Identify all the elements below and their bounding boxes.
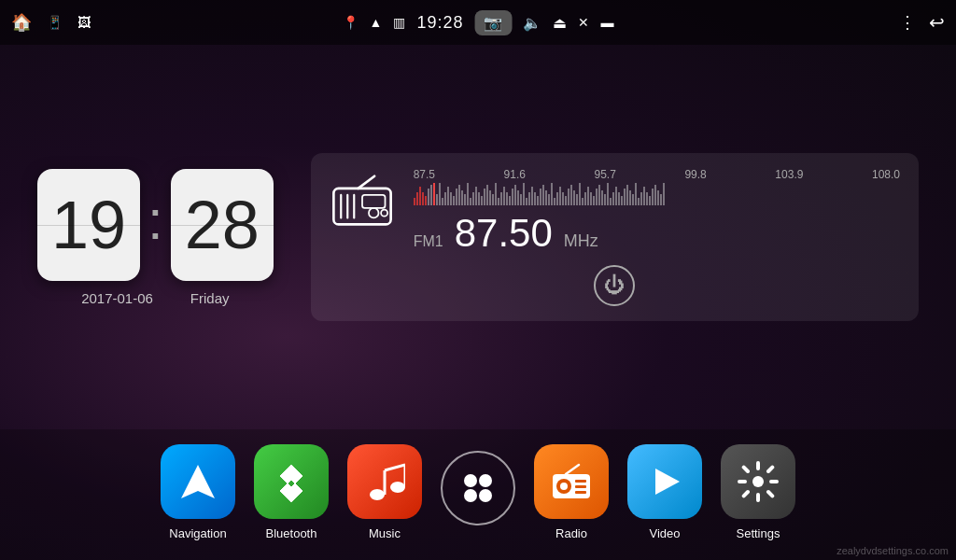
svg-marker-25 xyxy=(655,469,680,495)
power-icon: ⏻ xyxy=(604,273,625,298)
radio-band: FM1 xyxy=(414,233,443,250)
svg-point-15 xyxy=(479,474,492,487)
app-item-appdrawer[interactable] xyxy=(441,451,515,533)
app-icon-settings xyxy=(721,444,795,519)
radio-icon-box xyxy=(330,168,395,233)
app-label-video: Video xyxy=(649,526,680,540)
location-icon: 📍 xyxy=(343,15,358,30)
status-bar: 🏠 📱 🖼 📍 ▲ ▥ 19:28 📷 🔈 ⏏ ✕ ▬ ⋮ ↩ xyxy=(0,0,956,45)
radio-freq-area: 87.5 91.6 95.7 99.8 103.9 108.0 FM1 87.5… xyxy=(414,168,900,256)
status-time: 19:28 xyxy=(416,13,463,33)
clock-tiles: 19 : 28 xyxy=(37,169,274,281)
app-item-bluetooth[interactable]: Bluetooth xyxy=(254,444,329,540)
radio-unit: MHz xyxy=(564,231,598,251)
freq-label-4: 99.8 xyxy=(684,168,706,181)
svg-point-16 xyxy=(464,489,477,502)
clock-hours: 19 xyxy=(51,187,126,263)
svg-rect-21 xyxy=(575,480,586,483)
svg-point-17 xyxy=(479,489,492,502)
svg-point-7 xyxy=(381,210,387,217)
radio-widget[interactable]: 87.5 91.6 95.7 99.8 103.9 108.0 FM1 87.5… xyxy=(311,153,919,321)
app-icon-music xyxy=(347,444,422,519)
freq-label-2: 91.6 xyxy=(504,168,526,181)
watermark: zealydvdsettings.co.com xyxy=(836,545,949,556)
svg-rect-5 xyxy=(362,195,386,208)
app-item-settings[interactable]: Settings xyxy=(721,444,795,540)
sim-icon: 📱 xyxy=(47,15,63,30)
app-icon-radio xyxy=(534,444,609,519)
app-icon-appdrawer xyxy=(441,451,515,525)
app-label-radio: Radio xyxy=(555,526,587,540)
app-icon-bluetooth xyxy=(254,444,329,519)
app-item-radio[interactable]: Radio xyxy=(534,444,609,540)
eject-icon[interactable]: ⏏ xyxy=(553,14,567,32)
app-label-settings: Settings xyxy=(737,526,780,540)
clock-date: 2017-01-06 xyxy=(81,290,153,306)
freq-label-5: 103.9 xyxy=(775,168,803,181)
svg-point-10 xyxy=(390,482,405,493)
wifi-icon: ▲ xyxy=(370,15,383,30)
camera-button[interactable]: 📷 xyxy=(474,10,512,35)
clock-colon: : xyxy=(148,188,163,252)
app-item-navigation[interactable]: Navigation xyxy=(161,444,235,540)
svg-point-9 xyxy=(370,489,385,500)
main-content: 19 : 28 2017-01-06 Friday xyxy=(0,45,956,429)
back-icon[interactable]: ↩ xyxy=(929,11,945,34)
radio-info: FM1 87.50 MHz xyxy=(414,211,900,256)
svg-line-24 xyxy=(566,465,579,474)
clock-hours-tile: 19 xyxy=(37,169,140,281)
status-right-icons: ⋮ ↩ xyxy=(899,11,945,34)
clock-date-row: 2017-01-06 Friday xyxy=(81,290,229,306)
clock-day: Friday xyxy=(190,290,230,306)
close-icon[interactable]: ✕ xyxy=(578,15,589,30)
menu-icon[interactable]: ⋮ xyxy=(899,12,916,33)
svg-rect-22 xyxy=(575,485,586,488)
camera-icon: 📷 xyxy=(484,14,502,32)
app-label-music: Music xyxy=(369,526,401,540)
radio-icon xyxy=(330,168,395,233)
freq-bars xyxy=(414,183,900,205)
svg-point-14 xyxy=(464,474,477,487)
clock-widget: 19 : 28 2017-01-06 Friday xyxy=(37,169,274,306)
volume-icon[interactable]: 🔈 xyxy=(523,14,541,32)
app-icon-navigation xyxy=(161,444,235,519)
svg-line-13 xyxy=(385,465,405,470)
svg-line-0 xyxy=(358,176,374,189)
status-center-icons: 📍 ▲ ▥ 19:28 📷 🔈 ⏏ ✕ ▬ xyxy=(343,10,614,35)
svg-rect-23 xyxy=(575,491,586,494)
clock-minutes-tile: 28 xyxy=(171,169,274,281)
freq-label-1: 87.5 xyxy=(414,168,435,181)
signal-icon: ▥ xyxy=(393,15,405,30)
svg-point-20 xyxy=(560,483,568,490)
app-icon-video xyxy=(627,444,702,519)
app-label-navigation: Navigation xyxy=(169,526,226,540)
status-left-icons: 🏠 📱 🖼 xyxy=(11,12,91,33)
freq-label-3: 95.7 xyxy=(595,168,616,181)
radio-power-row: ⏻ xyxy=(330,265,900,306)
freq-indicator xyxy=(433,183,435,205)
home-icon[interactable]: 🏠 xyxy=(11,12,32,33)
freq-ruler xyxy=(414,183,900,205)
svg-point-6 xyxy=(369,208,379,218)
radio-top: 87.5 91.6 95.7 99.8 103.9 108.0 FM1 87.5… xyxy=(330,168,900,256)
minimize-icon[interactable]: ▬ xyxy=(600,15,613,30)
app-item-video[interactable]: Video xyxy=(627,444,702,540)
app-label-bluetooth: Bluetooth xyxy=(266,526,317,540)
radio-frequency: 87.50 xyxy=(455,211,553,256)
clock-minutes: 28 xyxy=(185,187,260,263)
radio-power-button[interactable]: ⏻ xyxy=(594,265,635,306)
svg-marker-8 xyxy=(181,465,215,498)
app-dock: NavigationBluetoothMusicRadioVideoSettin… xyxy=(0,429,956,560)
freq-labels: 87.5 91.6 95.7 99.8 103.9 108.0 xyxy=(414,168,900,181)
gallery-icon[interactable]: 🖼 xyxy=(77,15,91,30)
freq-label-6: 108.0 xyxy=(872,168,900,181)
app-item-music[interactable]: Music xyxy=(347,444,422,540)
